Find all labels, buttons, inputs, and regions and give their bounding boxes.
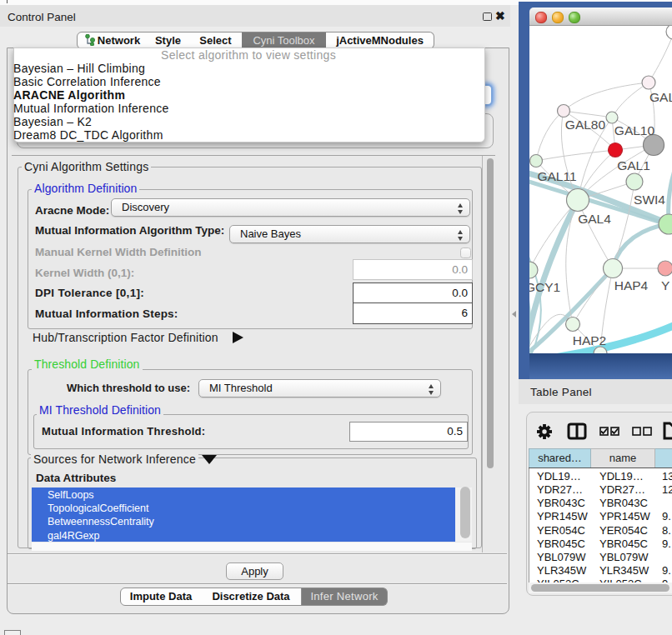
svg-text:SWI4: SWI4 bbox=[634, 192, 665, 207]
svg-text:GAL10: GAL10 bbox=[614, 123, 655, 138]
svg-text:HAP2: HAP2 bbox=[573, 333, 607, 348]
svg-text:GAL11: GAL11 bbox=[537, 169, 576, 183]
svg-text:Y: Y bbox=[661, 278, 669, 292]
svg-text:HAP4: HAP4 bbox=[614, 278, 649, 292]
svg-text:GCY1: GCY1 bbox=[529, 280, 560, 294]
svg-text:GAL1: GAL1 bbox=[617, 158, 650, 172]
svg-text:GAL: GAL bbox=[649, 90, 672, 104]
svg-text:GAL4: GAL4 bbox=[578, 212, 611, 226]
svg-text:GAL80: GAL80 bbox=[565, 118, 606, 132]
